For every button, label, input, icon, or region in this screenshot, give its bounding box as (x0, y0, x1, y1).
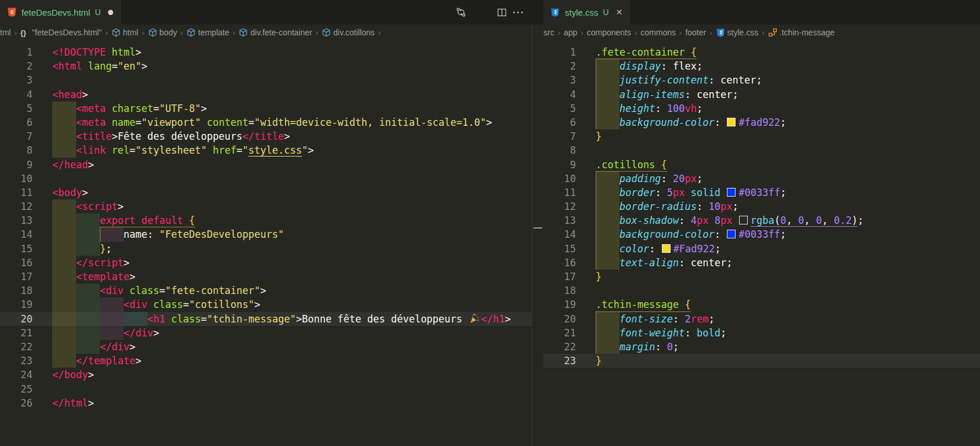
code-token: } (596, 355, 601, 367)
code-line[interactable]: 22 </div> (0, 340, 532, 354)
breadcrumb-item[interactable]: src (543, 28, 554, 37)
breadcrumb-item[interactable]: footer (685, 28, 706, 37)
code-token: 10 (709, 201, 720, 212)
code-line[interactable]: 9</head> (0, 158, 532, 172)
code-line[interactable]: 13 export default { (0, 213, 532, 227)
code-line[interactable]: 21 font-weight: bold; (543, 326, 980, 340)
code-line[interactable]: 7 <title>Fête des développeurs</title> (0, 129, 532, 143)
code-token (596, 89, 619, 100)
code-line[interactable]: 3 justify-content: center; (543, 73, 980, 87)
code-token: font-weight (619, 327, 685, 339)
code-line[interactable]: 13 box-shadow: 4px 8px rgba(0, 0, 0, 0.2… (543, 213, 980, 227)
code-line[interactable]: 18 <div class="fete-container"> (0, 284, 532, 298)
line-content: }; (52, 242, 532, 256)
code-line[interactable]: 2 display: flex; (543, 59, 980, 73)
code-token: #fad922 (738, 117, 780, 128)
code-line[interactable]: 16 </script> (0, 256, 532, 270)
breadcrumb-item[interactable]: body (148, 28, 177, 37)
split-editor-icon[interactable] (495, 6, 508, 19)
breadcrumb-item[interactable]: app (564, 28, 577, 37)
code-token (596, 327, 619, 339)
breadcrumb-item[interactable]: div.cotillons (322, 28, 374, 37)
code-editor-html[interactable]: 1<!DOCTYPE html>2<html lang="en">34<head… (0, 41, 532, 446)
code-line[interactable]: 15 }; (0, 242, 532, 256)
code-line[interactable]: 23} (543, 354, 980, 368)
code-line[interactable]: 19 <div class="cotillons"> (0, 298, 532, 311)
line-content: color: #Fad922; (596, 242, 980, 256)
code-token: rgba (751, 215, 774, 227)
code-line[interactable]: 14 name: "FeteDesDeveloppeurs" (0, 227, 532, 241)
code-line[interactable]: 6 <meta name="viewport" content="width=d… (0, 115, 532, 129)
line-content: padding: 20px; (596, 172, 980, 186)
code-line[interactable]: 2<html lang="en"> (0, 59, 532, 73)
code-line[interactable]: 4 align-items: center; (543, 88, 980, 101)
code-line[interactable]: 26</html> (0, 396, 532, 410)
code-token: = (135, 117, 141, 128)
code-line[interactable]: 6 background-color: #fad922; (543, 115, 980, 129)
code-line[interactable]: 5 <meta charset="UTF-8"> (0, 101, 532, 115)
code-line[interactable]: 19.tchin-message { (543, 298, 980, 311)
code-line[interactable]: 7} (543, 129, 980, 143)
code-line[interactable]: 3 (0, 73, 532, 87)
code-line[interactable]: 1.fete-container { (543, 45, 980, 59)
cube-icon (239, 28, 248, 37)
code-token: "cotillons" (189, 299, 254, 310)
breadcrumb-item[interactable]: html (111, 28, 138, 37)
breadcrumb-item[interactable]: components (587, 28, 631, 37)
overview-ruler[interactable] (532, 24, 544, 446)
tab-style-css[interactable]: 3 style.css U ✕ (543, 0, 631, 24)
code-line[interactable]: 21 </div> (0, 326, 532, 340)
code-line[interactable]: 1<!DOCTYPE html> (0, 45, 532, 59)
code-token: "viewport" (142, 117, 201, 128)
code-editor-css[interactable]: 1.fete-container {2 display: flex;3 just… (543, 41, 980, 446)
more-actions-icon[interactable]: ⋯ (512, 6, 525, 22)
breadcrumb-item[interactable]: 3style.css (716, 28, 759, 37)
breadcrumb-item[interactable]: .tchin-message (768, 28, 835, 37)
code-line[interactable]: 17} (543, 270, 980, 284)
breadcrumb-separator: › (15, 28, 17, 37)
line-number: 11 (543, 186, 576, 200)
code-line[interactable]: 20 font-size: 2rem; (543, 312, 980, 326)
code-line[interactable]: 18 (543, 284, 980, 298)
code-token: ; (709, 313, 715, 325)
code-line[interactable]: 15 color: #Fad922; (543, 242, 980, 256)
breadcrumb-separator: › (105, 28, 107, 37)
code-line[interactable]: 11<body> (0, 186, 532, 200)
code-line[interactable]: 25 (0, 382, 532, 396)
svg-text:3: 3 (554, 10, 557, 15)
breadcrumb-label: footer (685, 28, 706, 37)
code-line[interactable]: 17 <template> (0, 270, 532, 284)
code-line[interactable]: 8 <link rel="stylesheet" href="style.css… (0, 143, 532, 157)
stylesheet-link[interactable]: style.css (248, 144, 302, 156)
breadcrumb-item[interactable]: template (186, 28, 229, 37)
code-line[interactable]: 10 padding: 20px; (543, 172, 980, 186)
code-line[interactable]: 4<head> (0, 88, 532, 101)
breadcrumb-item[interactable]: {}"feteDesDevs.html" (20, 28, 102, 37)
code-line[interactable]: 24</body> (0, 368, 532, 382)
code-line[interactable]: 9.cotillons { (543, 158, 980, 172)
code-token: .tchin-message (596, 299, 679, 310)
svg-text:3: 3 (719, 30, 722, 35)
bracket-guide-horizontal (596, 59, 697, 59)
breadcrumb-item[interactable]: commons (640, 28, 676, 37)
code-token: : (649, 243, 661, 255)
color-swatch (727, 188, 736, 197)
breadcrumb-item[interactable]: div.fete-container (239, 28, 312, 37)
compare-changes-icon[interactable] (455, 6, 467, 19)
code-line[interactable]: 22 margin: 0; (543, 340, 980, 354)
code-line[interactable]: 16 text-align: center; (543, 256, 980, 270)
code-line[interactable]: 10 (0, 172, 532, 186)
code-token (52, 299, 124, 310)
code-line[interactable]: 12 <script> (0, 200, 532, 213)
code-line[interactable]: 20 <h1 class="tchin-message">Bonne fête … (0, 312, 532, 326)
breadcrumb-item[interactable]: tml (0, 28, 11, 37)
code-line[interactable]: 23 </template> (0, 354, 532, 368)
code-line[interactable]: 14 background-color: #0033ff; (543, 227, 980, 241)
code-line[interactable]: 8 (543, 143, 980, 157)
code-token (655, 159, 661, 171)
code-line[interactable]: 5 height: 100vh; (543, 101, 980, 115)
code-line[interactable]: 12 border-radius: 10px; (543, 200, 980, 213)
code-token: 5 (667, 187, 673, 198)
code-line[interactable]: 11 border: 5px solid #0033ff; (543, 186, 980, 200)
close-icon[interactable]: ✕ (616, 8, 623, 16)
